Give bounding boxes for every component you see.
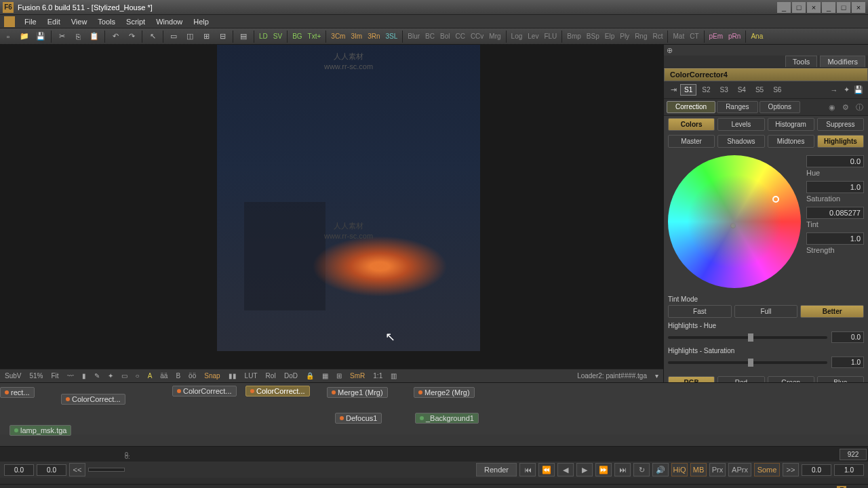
tool-bmp[interactable]: Bmp [564,30,584,43]
info-icon[interactable]: ⓘ [853,101,865,113]
version-s5[interactable]: S5 [751,84,768,96]
node-defocus[interactable]: Defocus1 [335,413,382,424]
new-icon[interactable]: ▫ [1,30,16,43]
version-s2[interactable]: S2 [698,84,714,96]
view-a[interactable]: A [146,372,155,380]
lut-toggle[interactable]: LUT [243,372,260,380]
highlights-hue-value[interactable]: 0.0 [831,331,864,343]
target-icon[interactable]: ◉ [826,101,838,113]
menu-view[interactable]: View [66,18,93,26]
timeline-end-field[interactable]: 922 [840,449,867,460]
tintmode-better[interactable]: Better [800,305,864,318]
version-s4[interactable]: S4 [734,84,750,96]
tool-ana[interactable]: Ana [748,30,766,43]
loop-icon[interactable]: ↻ [633,463,650,476]
wand2-icon[interactable]: ✦ [841,85,852,96]
highlights-sat-value[interactable]: 1.0 [831,357,864,368]
timeline-track[interactable]: 0. 0. 922 [0,447,868,462]
tool-3cm[interactable]: 3Cm [328,30,348,43]
bars-icon[interactable]: ▥ [389,372,399,380]
go-end-icon[interactable]: ⏭ [614,463,631,476]
tool-3rn[interactable]: 3Rn [365,30,382,43]
minimize-button[interactable]: _ [777,2,791,13]
view-aa[interactable]: ää [158,372,170,380]
mode-colors[interactable]: Colors [668,118,715,131]
tool-lev[interactable]: Lev [525,30,541,43]
cut-icon[interactable]: ✂ [54,30,69,43]
mdi-close-button[interactable]: × [852,2,865,13]
paste-icon[interactable]: 📋 [87,30,102,43]
menu-window[interactable]: Window [151,18,188,26]
highlights-sat-slider[interactable] [668,361,827,364]
subtab-correction[interactable]: Correction [667,101,715,113]
subtab-ranges[interactable]: Ranges [717,101,757,113]
pointer-icon[interactable]: ↖ [145,30,160,43]
lock-icon[interactable]: 🔒 [304,372,316,380]
roi-toggle[interactable]: RoI [264,372,279,380]
mode-histogram[interactable]: Histogram [768,118,814,131]
menu-edit[interactable]: Edit [42,18,66,26]
range-highlights[interactable]: Highlights [817,135,864,148]
checker-icon[interactable]: ▦ [320,372,330,380]
channel-green[interactable]: Green [768,376,814,382]
arrow-icon[interactable]: → [829,85,840,96]
version-s1[interactable]: S1 [680,84,696,96]
open-icon[interactable]: 📁 [17,30,32,43]
menu-script[interactable]: Script [121,18,151,26]
aprx-toggle[interactable]: APrx [728,463,751,476]
range-end-out[interactable]: 1.0 [834,464,864,476]
pin-icon[interactable]: ⊕ [664,45,675,56]
flow-canvas[interactable]: rect... ColorCorrect... ColorCorrect... … [0,383,868,434]
range-start-in[interactable]: 0.0 [4,464,34,476]
tool-mat[interactable]: Mat [670,30,687,43]
node-cc3[interactable]: ColorCorrect... [61,394,125,405]
some-toggle[interactable]: Some [754,463,780,476]
go-start-icon[interactable]: ⏮ [519,463,536,476]
version-s3[interactable]: S3 [715,84,732,96]
tool-sv[interactable]: SV [271,30,285,43]
menu-help[interactable]: Help [188,18,214,26]
current-frame[interactable] [88,468,125,472]
tintmode-full[interactable]: Full [734,305,798,318]
range-end-in[interactable]: 0.0 [802,464,831,476]
tool-prn[interactable]: pRn [726,30,743,43]
node-cc4a[interactable]: ColorCorrect... [172,386,237,396]
layout-2-icon[interactable]: ◫ [182,30,197,43]
view-extra[interactable]: öö [186,372,198,380]
menu-file[interactable]: File [19,18,42,26]
tab-modifiers[interactable]: Modifiers [820,56,865,67]
tint-value[interactable]: 0.085277 [806,207,864,219]
tool-ply[interactable]: Ply [617,30,632,43]
copy-icon[interactable]: ⎘ [71,30,85,43]
node-rect[interactable]: rect... [0,387,35,398]
channel-rgb[interactable]: RGB [668,376,715,382]
fit-button[interactable]: Fit [49,372,60,380]
mdi-minimize-button[interactable]: _ [822,2,835,13]
tool-3sl[interactable]: 3SL [382,30,400,43]
tool-ld[interactable]: LD [256,30,271,43]
strength-value[interactable]: 1.0 [806,232,864,245]
mdi-maximize-button[interactable]: □ [837,2,850,13]
pen-icon[interactable]: ✎ [92,372,102,380]
tool-3im[interactable]: 3Im [348,30,365,43]
node-merge1[interactable]: Merge1 (Mrg) [327,387,388,398]
polyline-icon[interactable]: 〰 [65,372,76,380]
menu-tools[interactable]: Tools [92,18,121,26]
redo-icon[interactable]: ↷ [124,30,139,43]
smr-toggle[interactable]: SmR [348,372,367,380]
tool-ct[interactable]: CT [687,30,701,43]
wand-icon[interactable]: ✦ [106,372,115,380]
nav-prev-button[interactable]: << [69,463,85,476]
subv-toggle[interactable]: SubV [3,372,23,380]
tool-flu[interactable]: FLU [541,30,559,43]
lock-toggle-icon[interactable]: ⇥ [668,85,679,96]
undo-icon[interactable]: ↶ [108,30,123,43]
ratio-toggle[interactable]: 1:1 [371,372,384,380]
save-icon[interactable]: 💾 [33,30,48,43]
tool-blur[interactable]: Blur [405,30,422,43]
tool-cc[interactable]: CC [452,30,467,43]
play-fwd-icon[interactable]: ▶ [576,463,593,476]
render-button[interactable]: Render [476,463,517,476]
tool-rng[interactable]: Rng [632,30,650,43]
save-preset-icon[interactable]: 💾 [853,85,864,96]
